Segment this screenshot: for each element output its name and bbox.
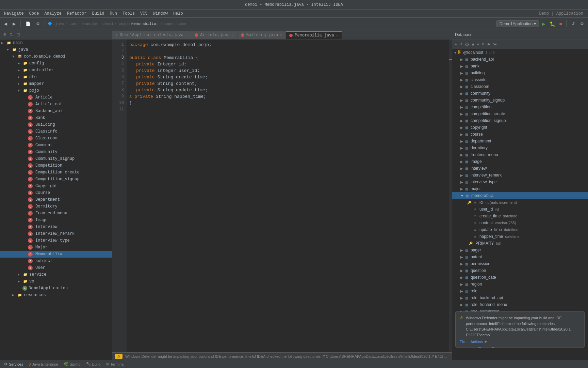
- db-table-pager[interactable]: ▶ ▦ pager: [452, 247, 588, 254]
- menu-analyze[interactable]: Analyze: [42, 10, 64, 17]
- db-col-create-time[interactable]: ≡ create_time datetime: [452, 213, 588, 219]
- db-table-competition[interactable]: ▶ ▦ competition: [452, 104, 588, 110]
- tree-item-copyright[interactable]: ▶ C Copyright: [0, 183, 112, 189]
- run-button[interactable]: ▶: [540, 20, 547, 27]
- db-stop-button[interactable]: ■: [471, 42, 475, 47]
- db-table-question_cate[interactable]: ▶ ▦ question_cate: [452, 274, 588, 281]
- db-run-button[interactable]: ▶: [487, 41, 491, 47]
- tree-item-package[interactable]: ▼ 📦 com.example.demo1: [0, 53, 112, 60]
- db-disconnect-button[interactable]: ⏻: [464, 42, 470, 47]
- db-table-copyright[interactable]: ▶ ▦ copyright: [452, 124, 588, 131]
- tree-item-article_cat[interactable]: ▶ C Article_cat: [0, 101, 112, 108]
- tool-spring[interactable]: 🌿 Spring: [61, 360, 83, 368]
- menu-window[interactable]: Window: [150, 10, 170, 17]
- notification-fix-link[interactable]: Fix...: [460, 340, 468, 344]
- menu-run[interactable]: Run: [107, 10, 120, 17]
- db-edit-button[interactable]: ✏: [481, 41, 486, 47]
- tree-item-pojo[interactable]: ▼ 📁 pojo: [0, 87, 112, 94]
- tool-build[interactable]: 🔨 Build: [83, 360, 103, 368]
- tree-item-backend_api[interactable]: ▶ C Backend_api: [0, 108, 112, 114]
- db-table-competition_create[interactable]: ▶ ▦ competition_create: [452, 110, 588, 117]
- back-button[interactable]: ◀: [2, 21, 9, 27]
- menu-vcs[interactable]: VCS: [137, 10, 150, 17]
- menu-tools[interactable]: Tools: [120, 10, 137, 17]
- notification-actions-link[interactable]: Actions ▼: [471, 340, 488, 344]
- tree-item-classinfo[interactable]: ▶ C Classinfo: [0, 128, 112, 135]
- tab-building[interactable]: Building.java ✕: [238, 31, 286, 39]
- tree-item-user[interactable]: ▶ C User: [0, 264, 112, 271]
- db-col-update-time[interactable]: ≡ update_time datetime: [452, 226, 588, 233]
- db-col-user-id[interactable]: ≡ user_id int: [452, 206, 588, 213]
- tree-item-comment[interactable]: ▶ C Comment: [0, 142, 112, 149]
- tree-item-interview_remark[interactable]: ▶ C Interview_remark: [0, 230, 112, 237]
- menu-build[interactable]: Build: [89, 10, 107, 17]
- menu-navigate[interactable]: Navigate: [1, 10, 27, 17]
- db-table-building[interactable]: ▶ ▦ building: [452, 70, 588, 76]
- tree-item-interview[interactable]: ▶ C Interview: [0, 224, 112, 230]
- db-table-backend_api[interactable]: ▶ ▦ backend_api: [452, 56, 588, 63]
- db-table-dormitory[interactable]: ▶ ▦ dormitory: [452, 144, 588, 151]
- tree-item-community[interactable]: ▶ C Community: [0, 149, 112, 155]
- tab-article[interactable]: Article.java ✕: [191, 31, 237, 39]
- menu-refactor[interactable]: Refactor: [64, 10, 89, 17]
- db-refresh-button[interactable]: ↺: [458, 41, 463, 47]
- panel-collapse-button[interactable]: ◫: [15, 32, 21, 37]
- tree-item-memorabilia[interactable]: ▶ C Memorabilia: [0, 251, 112, 258]
- settings-button[interactable]: ⚙: [34, 21, 42, 27]
- db-connection[interactable]: ▼ 🗄 @localhost 1 of 6: [452, 49, 588, 56]
- db-table-department[interactable]: ▶ ▦ department: [452, 138, 588, 144]
- code-editor[interactable]: package com.example.demo1.pojo; public c…: [127, 40, 449, 352]
- db-table-interview_type[interactable]: ▶ ▦ interview_type: [452, 179, 588, 185]
- tree-item-service[interactable]: ▶ 📁 service: [0, 271, 112, 278]
- tab-demo1apptests[interactable]: T Demo1ApplicationTests.java ✕: [112, 31, 191, 39]
- tree-item-building[interactable]: ▶ C Building: [0, 121, 112, 128]
- tree-item-classroom[interactable]: ▶ C Classroom: [0, 135, 112, 142]
- update-button[interactable]: ↺: [569, 21, 577, 27]
- tree-item-image[interactable]: ▶ C Image: [0, 217, 112, 224]
- tree-item-dormitory[interactable]: ▶ C Dormitory: [0, 203, 112, 210]
- db-table-community_signup[interactable]: ▶ ▦ community_signup: [452, 97, 588, 104]
- tree-item-interview_type[interactable]: ▶ C Interview_type: [0, 237, 112, 244]
- db-table-frontend_menu[interactable]: ▶ ▦ frontend_menu: [452, 151, 588, 158]
- tree-item-config[interactable]: ▶ 📁 config: [0, 60, 112, 67]
- panel-expand-button[interactable]: ⇅: [9, 32, 14, 37]
- tab-close-demo1[interactable]: ✕: [185, 33, 187, 37]
- tree-item-article[interactable]: ▶ C Article: [0, 94, 112, 101]
- panel-gear-button[interactable]: ⚙: [2, 32, 7, 37]
- settings2-button[interactable]: ⚙: [578, 21, 586, 27]
- tree-item-competition_signup[interactable]: ▶ C Competition_signup: [0, 176, 112, 183]
- tab-memorabilia[interactable]: Memorabilia.java ✕: [286, 31, 342, 39]
- db-col-primary[interactable]: 🔑 PRIMARY (id): [452, 240, 588, 247]
- db-table-role[interactable]: ▶ ▦ role: [452, 288, 588, 294]
- tab-close-building[interactable]: ✕: [280, 33, 282, 37]
- tool-terminal[interactable]: ⊞ Terminal: [103, 360, 127, 368]
- db-table-major[interactable]: ▶ ▦ major: [452, 185, 588, 192]
- tree-item-main[interactable]: ▶ 📁 main: [0, 40, 112, 46]
- tree-item-competition_create[interactable]: ▶ C Competition_create: [0, 169, 112, 176]
- recent-files-button[interactable]: 📄: [23, 21, 33, 27]
- db-table-region[interactable]: ▶ ▦ region: [452, 281, 588, 288]
- tree-item-mapper[interactable]: ▶ 📁 mapper: [0, 80, 112, 87]
- db-table-classroom[interactable]: ▶ ▦ classroom: [452, 83, 588, 90]
- tree-item-frontend_menu[interactable]: ▶ C Frontend_menu: [0, 210, 112, 217]
- tree-item-major[interactable]: ▶ C Major: [0, 244, 112, 251]
- tab-close-memorabilia[interactable]: ✕: [336, 33, 338, 37]
- tree-item-competition[interactable]: ▶ C Competition: [0, 162, 112, 169]
- db-table-role_backend_api[interactable]: ▶ ▦ role_backend_api: [452, 294, 588, 301]
- tool-services[interactable]: ⚙ Services: [1, 360, 26, 368]
- tool-java-enterprise[interactable]: J Java Enterprise: [26, 360, 61, 368]
- db-table-bank[interactable]: ▶ ▦ bank: [452, 63, 588, 70]
- forward-button[interactable]: ▶: [11, 21, 18, 27]
- db-table-role_frontend_menu[interactable]: ▶ ▦ role_frontend_menu: [452, 301, 588, 308]
- db-table-classinfo[interactable]: ▶ ▦ classinfo: [452, 76, 588, 83]
- run-config-dropdown[interactable]: Demo1Application ▾: [496, 20, 539, 27]
- tree-item-subject[interactable]: ▶ C subject: [0, 258, 112, 264]
- db-col-content[interactable]: ≡ content varchar(255): [452, 219, 588, 226]
- tree-item-vo[interactable]: ▶ 📁 vo: [0, 278, 112, 285]
- tree-item-controller[interactable]: ▶ 📁 controller: [0, 67, 112, 74]
- tree-item-bank[interactable]: ▶ C Bank: [0, 114, 112, 121]
- db-table-patent[interactable]: ▶ ▦ patent: [452, 254, 588, 260]
- db-add-button[interactable]: +: [454, 42, 458, 47]
- db-filter-button[interactable]: ≔: [492, 41, 498, 47]
- db-col-id[interactable]: 🔑 ≡ id int (auto increment): [452, 199, 588, 206]
